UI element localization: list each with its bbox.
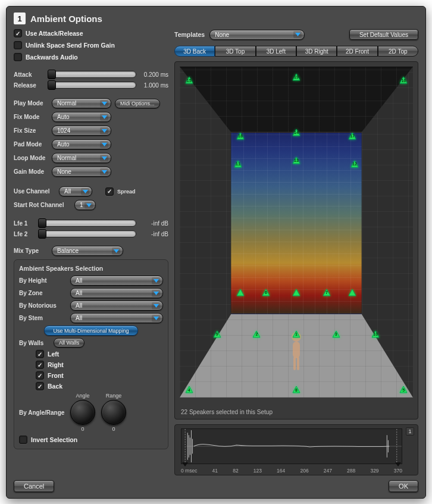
wall-right-label: Right <box>48 361 64 368</box>
use-attack-release-checkbox[interactable] <box>14 29 22 37</box>
speaker-marker[interactable]: 9 <box>213 330 221 339</box>
by-walls-label: By Walls <box>19 340 50 346</box>
attack-label: Attack <box>14 71 45 78</box>
tab-2d-top[interactable]: 2D Top <box>378 46 418 57</box>
backwards-audio-label: Backwards Audio <box>26 54 78 61</box>
svg-marker-5 <box>102 170 107 174</box>
ok-button[interactable]: OK <box>389 480 418 492</box>
marker-start-icon[interactable] <box>182 462 188 467</box>
speaker-marker[interactable]: 14 <box>292 129 300 137</box>
svg-rect-16 <box>293 357 296 370</box>
pad-mode-label: Pad Mode <box>14 141 48 148</box>
unlink-space-label: Unlink Space Send From Gain <box>26 42 115 49</box>
angle-knob[interactable] <box>70 400 95 425</box>
angle-knob-value: 0 <box>81 426 84 432</box>
speaker-marker[interactable]: 15 <box>185 76 193 84</box>
wall-right-checkbox[interactable] <box>36 361 44 369</box>
pad-mode-dropdown[interactable]: Auto <box>52 139 111 149</box>
release-slider[interactable] <box>48 82 136 89</box>
chevron-down-icon <box>293 31 302 38</box>
svg-marker-4 <box>102 156 107 160</box>
backwards-audio-checkbox[interactable] <box>14 53 22 61</box>
speaker-marker[interactable]: 8 <box>292 386 300 394</box>
chevron-down-icon <box>84 202 93 209</box>
fix-size-dropdown[interactable]: 1024 <box>52 126 111 136</box>
speaker-marker[interactable]: 3 <box>332 330 340 339</box>
templates-label: Templates <box>174 31 205 38</box>
midi-options-button[interactable]: Midi Options... <box>115 99 160 108</box>
chevron-down-icon <box>100 168 108 176</box>
lfe1-slider[interactable] <box>39 220 136 227</box>
by-stem-dropdown[interactable]: All <box>70 313 163 323</box>
waveform-display[interactable] <box>181 428 402 464</box>
speaker-marker[interactable]: 13 <box>292 156 300 165</box>
release-value: 1.000 ms <box>140 82 168 89</box>
speaker-marker[interactable]: 5 <box>399 386 408 394</box>
templates-dropdown[interactable]: None <box>209 30 305 40</box>
attack-slider[interactable] <box>48 71 136 78</box>
speaker-marker[interactable]: 11 <box>234 160 242 168</box>
by-walls-value-button[interactable]: All Walls <box>54 338 84 348</box>
loop-mode-label: Loop Mode <box>14 155 48 161</box>
speaker-marker[interactable] <box>292 289 300 297</box>
gain-mode-dropdown[interactable]: None <box>52 167 111 177</box>
tab-3d-left[interactable]: 3D Left <box>256 46 296 57</box>
invert-selection-checkbox[interactable] <box>19 436 27 444</box>
svg-marker-11 <box>154 304 159 308</box>
wall-left-checkbox[interactable] <box>36 350 44 358</box>
tab-2d-front[interactable]: 2D Front <box>337 46 377 57</box>
tab-3d-top[interactable]: 3D Top <box>215 46 255 57</box>
use-attack-release-label: Use Attack/Release <box>26 30 83 37</box>
lfe1-value: -inf dB <box>140 220 168 227</box>
marker-end-icon[interactable] <box>395 462 401 467</box>
speaker-marker[interactable]: 18 <box>236 132 245 140</box>
speaker-marker[interactable] <box>348 289 356 297</box>
by-stem-label: By Stem <box>19 315 67 321</box>
time-tick: 247 <box>324 468 332 474</box>
speaker-marker[interactable]: 4 <box>185 386 193 394</box>
speaker-marker[interactable]: 19 <box>292 73 300 82</box>
svg-marker-9 <box>154 279 159 283</box>
multi-dimensional-mapping-button[interactable]: Use Multi-Dimensional Mapping <box>44 325 137 336</box>
by-notorious-dropdown[interactable]: All <box>70 300 163 311</box>
fix-mode-dropdown[interactable]: Auto <box>52 112 111 122</box>
tab-3d-right[interactable]: 3D Right <box>296 46 337 57</box>
set-default-values-button[interactable]: Set Default Values <box>349 29 418 40</box>
fix-mode-label: Fix Mode <box>14 114 48 120</box>
unlink-space-checkbox[interactable] <box>14 41 22 49</box>
loop-mode-dropdown[interactable]: Normal <box>52 153 111 163</box>
cancel-button[interactable]: Cancel <box>14 480 54 492</box>
waveform-page-button[interactable]: 1 <box>406 427 414 436</box>
speaker-marker[interactable]: 17 <box>348 132 356 140</box>
range-knob-label: Range <box>106 393 122 399</box>
title-index-badge: 1 <box>14 12 26 24</box>
speaker-marker[interactable]: 10 <box>371 330 380 339</box>
speaker-marker[interactable]: 16 <box>399 76 408 84</box>
speaker-marker[interactable]: 2 <box>252 330 261 339</box>
chevron-down-icon <box>152 277 160 284</box>
speaker-selection-group: Ambient Speakers Selection By HeightAll … <box>14 259 168 449</box>
play-mode-dropdown[interactable]: Normal <box>52 98 111 108</box>
use-channel-dropdown[interactable]: All <box>59 186 92 196</box>
chevron-down-icon <box>100 114 108 121</box>
wall-back-checkbox[interactable] <box>36 382 44 390</box>
chevron-down-icon <box>100 155 108 162</box>
tab-3d-back[interactable]: 3D Back <box>174 46 215 57</box>
waveform-panel: 1 <box>174 424 418 475</box>
room-viewport[interactable]: 15191618141711131267921310485 22 Speaker… <box>174 61 418 420</box>
mix-type-dropdown[interactable]: Balance <box>52 246 123 256</box>
chevron-down-icon <box>81 188 89 195</box>
wall-front-checkbox[interactable] <box>36 371 44 380</box>
speaker-marker[interactable]: 6 <box>262 289 270 297</box>
speaker-marker[interactable]: 7 <box>323 289 331 297</box>
spread-checkbox[interactable] <box>105 187 114 196</box>
speaker-marker[interactable]: 12 <box>350 160 359 168</box>
speaker-marker[interactable] <box>236 289 245 297</box>
speaker-marker[interactable]: 1 <box>292 330 300 339</box>
mix-type-label: Mix Type <box>14 248 48 254</box>
range-knob[interactable] <box>101 400 126 425</box>
start-rot-dropdown[interactable]: 1 <box>74 200 96 210</box>
lfe2-slider[interactable] <box>39 230 136 237</box>
by-height-dropdown[interactable]: All <box>70 276 163 286</box>
by-zone-dropdown[interactable]: All <box>70 288 163 298</box>
